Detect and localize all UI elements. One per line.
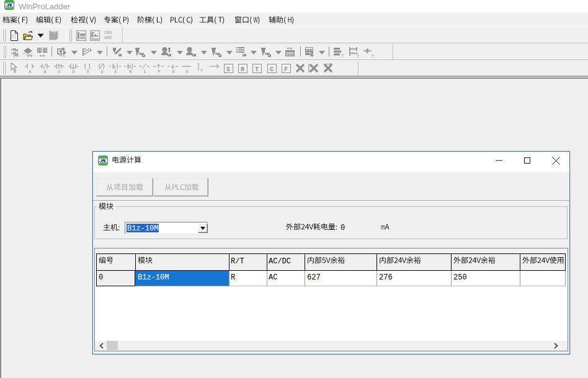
svg-text:A: A <box>29 70 32 74</box>
svg-text:?: ? <box>341 53 344 58</box>
svg-text:U: U <box>58 70 61 74</box>
svg-text:O: O <box>87 70 89 74</box>
svg-text:Q: Q <box>101 70 104 74</box>
svg-text:T: T <box>255 66 259 73</box>
svg-text:D: D <box>73 70 75 74</box>
svg-text:S: S <box>226 66 230 73</box>
svg-text:H: H <box>186 70 189 74</box>
svg-text:s: s <box>14 70 16 74</box>
svg-text:R: R <box>130 70 132 74</box>
svg-text:?: ? <box>371 53 374 58</box>
svg-text:v: v <box>200 68 203 73</box>
svg-text:?: ? <box>356 53 359 58</box>
svg-text:C: C <box>270 66 274 73</box>
svg-text:F: F <box>284 66 288 73</box>
svg-text:R: R <box>128 64 131 69</box>
svg-text:R: R <box>241 66 244 73</box>
svg-text:B: B <box>44 70 47 74</box>
svg-text:E: E <box>115 70 117 74</box>
svg-text:S: S <box>114 64 116 69</box>
svg-text:P: P <box>158 70 161 74</box>
svg-text:N: N <box>172 70 175 74</box>
svg-text:I: I <box>144 70 146 74</box>
